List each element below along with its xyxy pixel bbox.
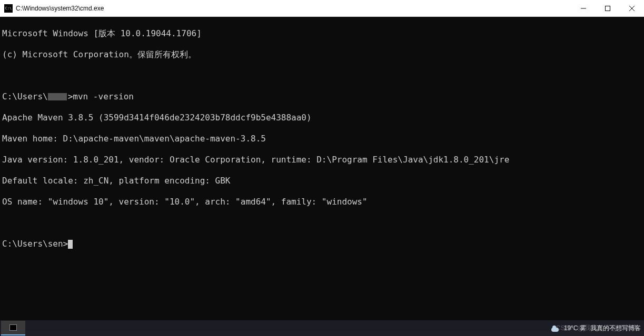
svg-rect-1 — [606, 6, 610, 11]
window-title: C:\Windows\system32\cmd.exe — [16, 5, 104, 12]
terminal-cursor — [68, 240, 73, 249]
redacted-username — [48, 93, 67, 100]
close-icon — [629, 6, 635, 11]
taskbar[interactable]: 19°C 雾 我真的不想写博客 — [0, 320, 644, 336]
output-line: Default locale: zh_CN, platform encoding… — [2, 176, 642, 186]
output-line — [2, 70, 642, 81]
output-line: OS name: "windows 10", version: "10.0", … — [2, 197, 642, 207]
prompt-command: >mvn -version — [68, 91, 134, 101]
system-tray[interactable]: 19°C 雾 我真的不想写博客 — [550, 324, 644, 333]
output-line: Apache Maven 3.8.5 (3599d3414f046de23242… — [2, 113, 642, 123]
window-controls — [571, 0, 644, 16]
close-button[interactable] — [620, 0, 644, 17]
titlebar[interactable]: C:\Windows\system32\cmd.exe — [0, 0, 644, 17]
output-line: Microsoft Windows [版本 10.0.19044.1706] — [2, 28, 642, 39]
current-prompt: C:\Users\sen> — [2, 239, 68, 249]
taskbar-app-cmd[interactable] — [1, 321, 25, 335]
prompt-line: C:\Users\>mvn -version — [2, 91, 642, 102]
cmd-icon — [4, 4, 13, 13]
minimize-icon — [581, 6, 586, 11]
minimize-button[interactable] — [571, 0, 596, 17]
weather-icon — [550, 324, 560, 332]
maximize-button[interactable] — [596, 0, 620, 17]
weather-text: 19°C 雾 — [564, 324, 586, 333]
cmd-taskbar-icon — [9, 324, 17, 331]
output-line: Java version: 1.8.0_201, vendor: Oracle … — [2, 155, 642, 165]
prompt-prefix: C:\Users\ — [2, 91, 48, 101]
output-line — [2, 218, 642, 228]
cmd-window: C:\Windows\system32\cmd.exe Microsoft Wi… — [0, 0, 644, 331]
prompt-line-current: C:\Users\sen> — [2, 239, 642, 249]
output-line: (c) Microsoft Corporation。保留所有权利。 — [2, 49, 642, 60]
tray-extra-text: 我真的不想写博客 — [590, 324, 641, 333]
output-line: Maven home: D:\apache-maven\maven\apache… — [2, 134, 642, 144]
terminal-output[interactable]: Microsoft Windows [版本 10.0.19044.1706] (… — [0, 17, 644, 331]
maximize-icon — [605, 6, 610, 11]
